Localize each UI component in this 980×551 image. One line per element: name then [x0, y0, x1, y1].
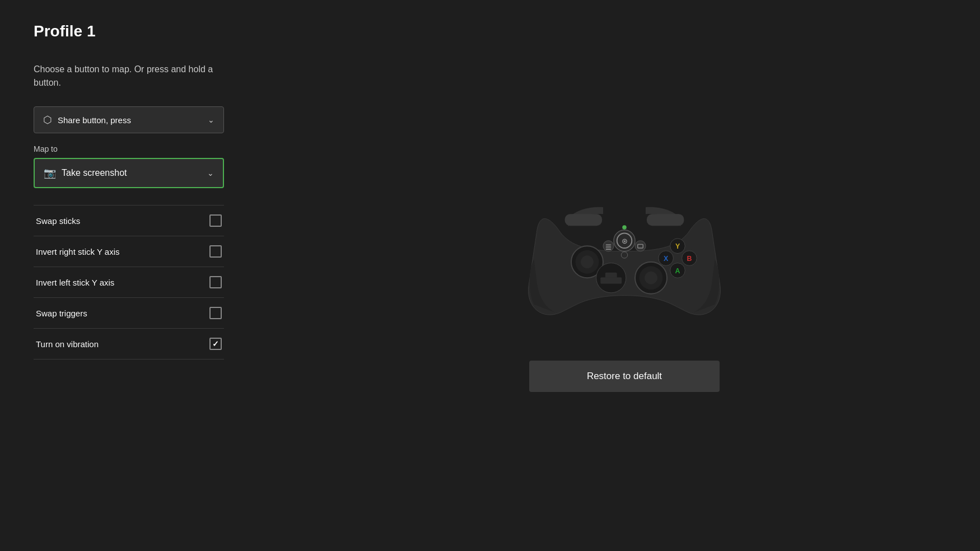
chevron-down-icon: ⌄	[208, 115, 214, 124]
svg-point-29	[622, 225, 627, 230]
svg-rect-24	[606, 246, 612, 248]
svg-point-7	[645, 272, 657, 284]
invert-right-stick-checkbox[interactable]	[209, 245, 222, 258]
svg-rect-1	[647, 214, 684, 226]
map-to-value: Take screenshot	[62, 168, 127, 178]
invert-right-stick-label: Invert right stick Y axis	[36, 247, 120, 256]
svg-text:B: B	[687, 255, 692, 263]
swap-sticks-label: Swap sticks	[36, 216, 80, 226]
right-panel: Y B X A ⊛	[269, 0, 980, 551]
svg-rect-23	[606, 244, 612, 245]
share-button-dropdown[interactable]: ⬡ Share button, press ⌄	[34, 106, 224, 133]
svg-point-26	[635, 241, 646, 251]
svg-rect-25	[606, 249, 612, 250]
checkbox-item-invert-left-stick[interactable]: Invert left stick Y axis	[34, 267, 224, 298]
checkbox-item-turn-on-vibration[interactable]: Turn on vibration	[34, 329, 224, 359]
svg-rect-0	[565, 214, 603, 226]
invert-left-stick-checkbox[interactable]	[209, 276, 222, 288]
turn-on-vibration-label: Turn on vibration	[36, 339, 99, 349]
svg-text:⊛: ⊛	[622, 237, 628, 245]
invert-left-stick-label: Invert left stick Y axis	[36, 278, 114, 287]
swap-sticks-checkbox[interactable]	[209, 214, 222, 227]
share-icon: ⬡	[43, 114, 52, 126]
profile-title: Profile 1	[34, 22, 235, 40]
page-container: Profile 1 Choose a button to map. Or pre…	[0, 0, 980, 551]
svg-text:A: A	[675, 267, 680, 275]
map-to-left: 📷 Take screenshot	[44, 167, 127, 179]
svg-text:Y: Y	[675, 242, 680, 250]
swap-triggers-label: Swap triggers	[36, 309, 87, 318]
checkbox-item-invert-right-stick[interactable]: Invert right stick Y axis	[34, 236, 224, 267]
controller-svg: Y B X A ⊛	[518, 159, 731, 338]
map-to-label: Map to	[34, 144, 235, 153]
swap-triggers-checkbox[interactable]	[209, 307, 222, 319]
camera-icon: 📷	[44, 167, 56, 179]
map-to-dropdown[interactable]: 📷 Take screenshot ⌄	[34, 158, 224, 188]
controller-container: Y B X A ⊛	[518, 159, 731, 338]
share-button-left: ⬡ Share button, press	[43, 114, 131, 126]
instruction-text: Choose a button to map. Or press and hol…	[34, 63, 235, 90]
svg-point-28	[621, 252, 627, 258]
checkbox-list: Swap sticks Invert right stick Y axis In…	[34, 205, 224, 359]
left-panel: Profile 1 Choose a button to map. Or pre…	[0, 0, 269, 551]
turn-on-vibration-checkbox[interactable]	[209, 338, 222, 350]
svg-text:X: X	[664, 255, 669, 263]
restore-default-button[interactable]: Restore to default	[529, 361, 720, 392]
svg-point-4	[581, 255, 594, 268]
svg-rect-10	[600, 277, 622, 283]
share-button-label: Share button, press	[58, 115, 131, 125]
map-to-chevron-icon: ⌄	[207, 169, 214, 178]
checkbox-item-swap-sticks[interactable]: Swap sticks	[34, 205, 224, 236]
checkbox-item-swap-triggers[interactable]: Swap triggers	[34, 298, 224, 329]
